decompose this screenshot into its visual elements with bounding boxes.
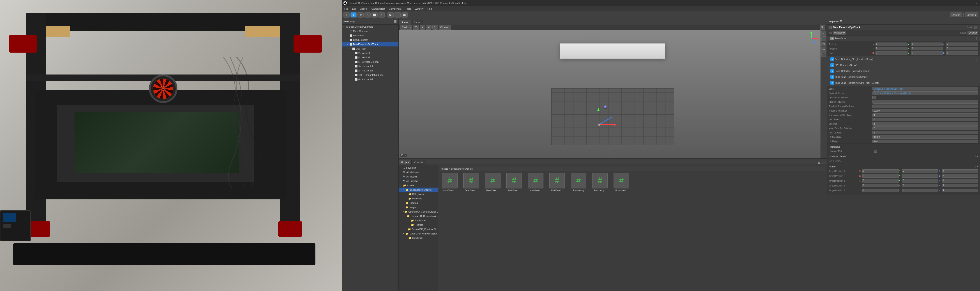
tag-dropdown[interactable]: Untagged ▾: [833, 31, 846, 35]
transform-settings-button[interactable]: ⋮: [974, 37, 978, 40]
fit-button[interactable]: ⊡: [821, 41, 826, 46]
menu-gameobject[interactable]: GameObject: [370, 7, 387, 11]
hierarchy-item-2-horizontal[interactable]: ⬜ 2 - Horizontal: [342, 68, 398, 73]
post-lift-wait-value[interactable]: 2: [872, 131, 978, 134]
menu-edit[interactable]: Edit: [350, 7, 358, 11]
scale-x-input[interactable]: 1: [875, 51, 907, 55]
multi-bead-opti-settings-button[interactable]: ⋮: [974, 81, 978, 85]
hierarchy-item-main-camera[interactable]: 📷 Main Camera: [342, 29, 398, 33]
project-plus-icon[interactable]: +: [821, 162, 823, 165]
tab-scene[interactable]: Scene: [399, 20, 411, 25]
search-scene-input[interactable]: 🔍: [820, 25, 826, 30]
asset-item-multibead2[interactable]: # MultiBead...: [526, 173, 546, 192]
audio-toggle-button[interactable]: 🔊: [426, 25, 431, 30]
menu-help[interactable]: Help: [426, 7, 434, 11]
target-3-x[interactable]: 0: [862, 179, 899, 183]
hierarchy-item-2-vertical[interactable]: ⬜ 2 - Vertical: [342, 51, 398, 55]
project-all-models[interactable]: 🔍 All Models: [399, 175, 438, 179]
2d-toggle-button[interactable]: 2D: [413, 25, 419, 30]
rotation-z-input[interactable]: 0: [946, 47, 978, 50]
hierarchy-item-beaddetector-example[interactable]: ▾ ⬡ BeadDetectorExample: [342, 25, 398, 29]
project-openmpd-content[interactable]: ▾ 📁 OpenMPD_ContentCreati...: [399, 210, 438, 214]
static-checkbox[interactable]: [974, 26, 977, 29]
layer-dropdown[interactable]: Default ▾: [967, 31, 978, 35]
hierarchy-menu-button[interactable]: ☰: [394, 20, 397, 23]
lighting-toggle-button[interactable]: ☀: [420, 25, 425, 30]
target-4-z[interactable]: 0: [942, 184, 978, 188]
project-optitrack[interactable]: 📁 OptiTrack: [399, 236, 438, 240]
hierarchy-item-optitrack[interactable]: ▾ ⬜ OptiTrack: [342, 46, 398, 51]
target-1-z[interactable]: 0: [942, 169, 978, 173]
project-all-prefabs[interactable]: 🔍 All Prefabs: [399, 179, 438, 183]
order-plus-icon[interactable]: +: [977, 165, 978, 168]
project-position[interactable]: 📁 Position: [399, 223, 438, 227]
object-enabled-checkbox[interactable]: ✓: [829, 26, 832, 29]
hierarchy-item-beaddetector-optitrack[interactable]: ▾ ⬜ BeadDetectorOptiTrack: [342, 42, 398, 46]
grid-button[interactable]: ⊞: [821, 47, 826, 52]
project-menu-icon[interactable]: ⋮: [824, 162, 826, 165]
project-assets-header[interactable]: ▾ 📁 Assets: [399, 183, 438, 188]
bead-dll-settings-button[interactable]: ⋮: [974, 57, 978, 61]
play-button[interactable]: ▶: [388, 12, 394, 17]
layers-dropdown[interactable]: Layers ▾: [950, 13, 962, 17]
manual-match-checkbox[interactable]: [874, 149, 877, 153]
menu-window[interactable]: Window: [413, 7, 425, 11]
step-button[interactable]: ⏭: [401, 12, 408, 17]
hierarchy-item-levitator[interactable]: ⬜ LevitatorM: [342, 33, 398, 38]
scale-y-input[interactable]: 1: [911, 51, 943, 55]
target-3-y[interactable]: 0: [902, 179, 939, 183]
script-ref-value[interactable]: MultBeadPositioningOptiTrack: [872, 87, 978, 91]
project-beaddetector-assets[interactable]: ▾ 📁 BeadDetectorAssets: [399, 188, 438, 192]
hierarchy-item-6-horizontal[interactable]: ⬜ 6 - Horizontal: [342, 77, 398, 81]
gizmos-button[interactable]: Gizmos ▾: [439, 25, 451, 30]
fx-toggle-button[interactable]: Fx: [433, 25, 438, 30]
menu-tools[interactable]: Tools: [404, 7, 413, 11]
detected-beads-plus-icon[interactable]: +: [977, 155, 978, 158]
project-dll-loader[interactable]: 📁 DLL_Loader: [399, 192, 438, 196]
rotate-tool-button[interactable]: ⟲: [358, 12, 364, 17]
project-favorites-header[interactable]: ▾ ★ Favorites: [399, 165, 438, 170]
project-unity-wrapper[interactable]: ▾ 📁 OpenMPD_UnityWrapper: [399, 231, 438, 236]
rotation-y-input[interactable]: 0: [911, 47, 943, 50]
hierarchy-item-4-horizontal[interactable]: ⬜ 4.0 - Horizontal (3.5cm): [342, 73, 398, 77]
move-tool-button[interactable]: ✥: [350, 12, 356, 17]
layout-button[interactable]: Layout ▾: [965, 13, 978, 17]
target-1-y[interactable]: 0: [902, 169, 939, 173]
asset-item-beaddetec2[interactable]: # BeadDetec...: [483, 173, 503, 192]
bead-detector-dll-header[interactable]: ▾ S Bead Detector_DLL_Loader (Script) ⋮: [827, 56, 980, 62]
shading-mode-button[interactable]: Shaded ▾: [400, 25, 412, 30]
menu-file[interactable]: File: [343, 7, 350, 11]
move-time-value[interactable]: 2: [872, 126, 978, 130]
minimize-button[interactable]: −: [965, 1, 969, 5]
optitrack-dector-value[interactable]: OptiTrack (Optitrack Streaming Client): [872, 91, 978, 95]
hierarchy-item-beaddetector[interactable]: ⬜ BeadDetector: [342, 38, 398, 42]
asset-item-beaddetec1[interactable]: # BeadDetec...: [461, 173, 481, 192]
multi-bead-positioning-header[interactable]: ▾ S Multi Bead Positioning (Script) ⋮: [827, 74, 980, 80]
finished-placing-value[interactable]: [872, 105, 978, 108]
bead-detector-controller-header[interactable]: ▾ S Bead Detector_Controller (Script) ⋮: [827, 68, 980, 74]
target-2-x[interactable]: 0: [862, 174, 899, 178]
project-external[interactable]: 📁 External: [399, 201, 438, 205]
target-2-z[interactable]: 0: [942, 174, 978, 178]
pause-button[interactable]: ⏸: [395, 12, 401, 17]
transform-header[interactable]: ▾ ⊕ Transform ⋮: [827, 35, 980, 41]
target-3-z[interactable]: 0: [942, 179, 978, 183]
tab-project[interactable]: Project: [399, 160, 412, 165]
asset-item-ampcontro[interactable]: # AmpContro...: [440, 173, 460, 192]
hierarchy-item-9-horizontal[interactable]: ⬜ 9 - Horizontal: [342, 64, 398, 68]
hold-time-value[interactable]: 2: [872, 118, 978, 121]
target-5-x[interactable]: 0: [862, 189, 899, 192]
project-amplitude[interactable]: 📁 Amplitude: [399, 218, 438, 223]
zoom-in-button[interactable]: +: [821, 31, 826, 36]
camera-button[interactable]: 🎥: [821, 52, 826, 57]
close-button[interactable]: ×: [974, 1, 978, 5]
target-4-y[interactable]: 0: [902, 184, 939, 188]
project-materials[interactable]: 📁 Materials: [399, 196, 438, 201]
asset-item-primitivem[interactable]: # PrimitiveM...: [612, 173, 631, 192]
position-y-input[interactable]: 0: [911, 43, 943, 46]
click-initialize-value[interactable]: [872, 100, 978, 103]
multi-bead-settings-button[interactable]: ⋮: [974, 75, 978, 79]
project-all-materials[interactable]: 🔍 All Materials: [399, 170, 438, 175]
inspector-menu-button[interactable]: ☰: [840, 20, 842, 23]
fps-settings-button[interactable]: ⋮: [974, 63, 978, 67]
